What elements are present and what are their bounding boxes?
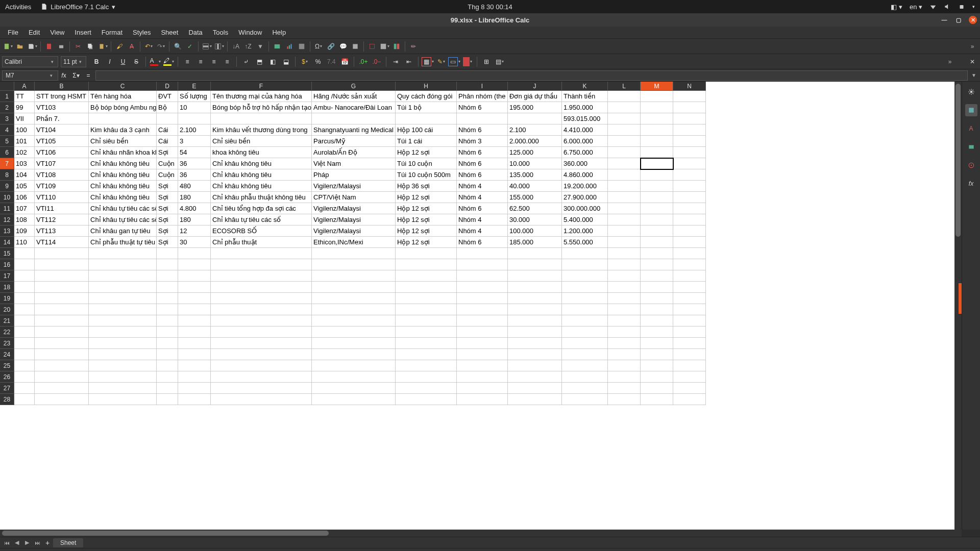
cell-B25[interactable] [35,360,89,371]
cell-M24[interactable] [641,349,673,360]
cell-C1[interactable]: Tên hàng hóa [89,91,157,102]
cell-N8[interactable] [673,169,706,181]
cell-J10[interactable]: 155.000 [508,192,562,203]
cell-C11[interactable]: Chỉ khâu tự tiêu các số [89,203,157,214]
cell-F5[interactable]: Chỉ siêu bền [211,136,312,147]
cell-D28[interactable] [157,394,178,405]
menu-edit[interactable]: Edit [24,27,44,38]
cell-H3[interactable] [396,113,457,124]
clock[interactable]: Thg 8 30 00:14 [468,3,512,11]
cell-C27[interactable] [89,383,157,394]
row-button[interactable] [201,41,212,52]
cell-M4[interactable] [641,124,673,136]
date-button[interactable]: 📅 [339,56,350,67]
column-header-E[interactable]: E [178,82,211,91]
tab-first-button[interactable]: ⏮ [2,540,11,546]
cell-D7[interactable]: Cuộn [157,158,178,169]
cell-E2[interactable]: 10 [178,102,211,113]
column-header-H[interactable]: H [396,82,457,91]
sort-asc-button[interactable]: ↓A [230,41,241,52]
cell-E7[interactable]: 36 [178,158,211,169]
cell-C24[interactable] [89,349,157,360]
undo-button[interactable]: ↶ [143,41,154,52]
column-button[interactable] [213,41,225,52]
menu-styles[interactable]: Styles [128,27,155,38]
column-header-K[interactable]: K [562,82,608,91]
highlight-button[interactable]: 🖍 [163,56,174,67]
cell-N5[interactable] [673,136,706,147]
cell-A5[interactable]: 101 [14,136,35,147]
cell-K16[interactable] [562,259,608,270]
cell-G14[interactable]: Ethicon,INc/Mexi [312,237,396,248]
sidebar-properties-button[interactable] [965,104,977,116]
cell-N22[interactable] [673,327,706,338]
cell-J25[interactable] [508,360,562,371]
conditional-format-button[interactable]: ▤ [494,56,505,67]
align-justify-button[interactable]: ≡ [222,56,233,67]
cell-E13[interactable]: 12 [178,226,211,237]
cell-F16[interactable] [211,259,312,270]
cell-K15[interactable] [562,248,608,259]
close-button[interactable]: ✕ [969,16,977,24]
clone-formatting-button[interactable]: 🖌 [114,41,125,52]
cell-M27[interactable] [641,383,673,394]
cell-N7[interactable] [673,158,706,169]
cell-G20[interactable] [312,304,396,315]
cell-K25[interactable] [562,360,608,371]
cell-N4[interactable] [673,124,706,136]
cell-E27[interactable] [178,383,211,394]
cell-C15[interactable] [89,248,157,259]
font-color-button[interactable]: A [150,56,161,67]
cell-F20[interactable] [211,304,312,315]
cell-G19[interactable] [312,293,396,304]
cell-J18[interactable] [508,282,562,293]
cell-D24[interactable] [157,349,178,360]
cell-G3[interactable] [312,113,396,124]
cell-I23[interactable] [457,338,508,349]
cell-H26[interactable] [396,371,457,383]
background-color-button[interactable] [462,56,473,67]
cell-F2[interactable]: Bóng bóp hỗ trợ hô hấp nhận tạo [211,102,312,113]
cell-K20[interactable] [562,304,608,315]
column-header-F[interactable]: F [211,82,312,91]
cell-E9[interactable]: 480 [178,181,211,192]
tab-prev-button[interactable]: ◀ [12,539,21,546]
cell-I13[interactable]: Nhóm 4 [457,226,508,237]
cell-M8[interactable] [641,169,673,181]
cell-A19[interactable] [14,293,35,304]
cell-M7[interactable] [641,158,673,169]
row-header-17[interactable]: 17 [0,270,14,282]
cell-E16[interactable] [178,259,211,270]
cell-E4[interactable]: 2.100 [178,124,211,136]
increase-indent-button[interactable]: ⇥ [390,56,401,67]
network-icon[interactable] [929,3,937,10]
cell-L13[interactable] [608,226,641,237]
column-header-A[interactable]: A [14,82,35,91]
cell-G26[interactable] [312,371,396,383]
cell-J13[interactable]: 100.000 [508,226,562,237]
cell-I16[interactable] [457,259,508,270]
cell-A13[interactable]: 109 [14,226,35,237]
cell-E15[interactable] [178,248,211,259]
cell-F28[interactable] [211,394,312,405]
cell-E14[interactable]: 30 [178,237,211,248]
cell-H18[interactable] [396,282,457,293]
cell-M10[interactable] [641,192,673,203]
cell-D22[interactable] [157,327,178,338]
cell-G28[interactable] [312,394,396,405]
cell-I27[interactable] [457,383,508,394]
borders-button[interactable]: ▦ [422,56,433,67]
row-header-2[interactable]: 2 [0,102,14,113]
cell-L12[interactable] [608,214,641,226]
tab-last-button[interactable]: ⏭ [33,540,42,546]
cell-M21[interactable] [641,315,673,327]
currency-button[interactable]: $ [299,56,310,67]
cell-C8[interactable]: Chỉ khâu không tiêu [89,169,157,181]
comment-button[interactable]: 💬 [337,41,349,52]
cell-F8[interactable]: Chỉ khâu không tiêu [211,169,312,181]
cell-E18[interactable] [178,282,211,293]
cell-N28[interactable] [673,394,706,405]
cell-C9[interactable]: Chỉ khâu không tiêu [89,181,157,192]
cell-A7[interactable]: 103 [14,158,35,169]
cell-L5[interactable] [608,136,641,147]
